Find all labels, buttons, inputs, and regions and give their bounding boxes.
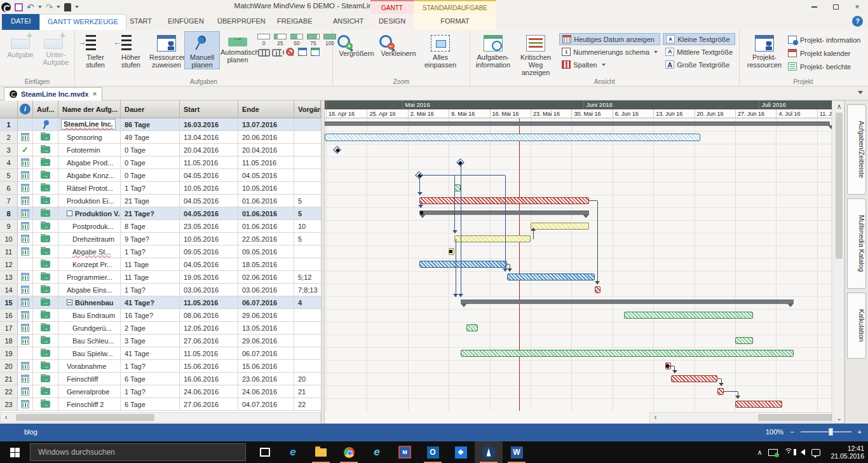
vergroessern-button[interactable]: +Vergrößern <box>336 31 377 58</box>
chart-horizontal-scrollbar[interactable]: ‹ › <box>649 412 832 423</box>
projektressourcen-button[interactable]: Projekt-ressourcen <box>742 31 787 69</box>
sidetab-aufgaben-zeitleiste[interactable]: Aufgaben/Zeitleiste <box>847 104 866 195</box>
link-tasks-icon[interactable] <box>258 48 268 56</box>
close-button[interactable]: × <box>846 0 868 14</box>
tab-freigabe[interactable]: FREIGABE <box>269 14 320 30</box>
table-row[interactable]: 9→Postproduk...8 Tage23.05.201601.06.201… <box>0 220 321 233</box>
internet-explorer-button[interactable]: e <box>363 441 391 463</box>
undo-caret-icon[interactable] <box>38 6 42 8</box>
kritischen-weg-button[interactable]: Kritischen Weg anzeigen <box>513 31 559 77</box>
task-bar[interactable] <box>507 273 595 280</box>
file-explorer-button[interactable] <box>307 441 335 463</box>
manuell-planen-button[interactable]: Manuell planen <box>184 31 220 69</box>
table-row[interactable]: 18→Bau Schleu...3 Tage27.06.201629.06.20… <box>0 335 321 347</box>
projektkalender-button[interactable]: Projekt kalender <box>788 47 860 59</box>
task-bar[interactable] <box>624 312 752 319</box>
mindview-demo-button[interactable]: M <box>391 441 419 463</box>
tab-format[interactable]: FORMAT <box>414 14 496 30</box>
table-row[interactable]: 10→Drehzeitraum9 Tage?10.05.201622.05.20… <box>0 233 321 245</box>
start-button[interactable] <box>0 441 29 463</box>
table-row[interactable]: 3✓→Fototermin0 Tage20.04.201620.04.2016 <box>0 144 321 156</box>
task-bar[interactable] <box>671 375 718 382</box>
table-row[interactable]: 20→Vorabnahme1 Tag?15.06.201615.06.2016 <box>0 360 321 373</box>
speaker-icon[interactable] <box>801 449 805 455</box>
table-row[interactable]: 5→Abgabe Konz...0 Tage04.05.201604.05.20… <box>0 169 321 182</box>
wifi-icon[interactable] <box>784 448 794 456</box>
automatisch-planen-button[interactable]: Automatisch planen <box>220 31 255 64</box>
task-bar[interactable] <box>595 286 600 293</box>
task-bar[interactable] <box>461 350 794 357</box>
unlink-tasks-icon[interactable] <box>272 48 282 56</box>
table-row[interactable]: 6→Rätsel Protot...1 Tag?10.05.201610.05.… <box>0 182 321 195</box>
table-row[interactable]: 14→Abgabe Eins...1 Tag?03.06.201603.06.2… <box>0 284 321 296</box>
mittlere-textgroesse-button[interactable]: AMittlere Textgröße <box>663 46 735 58</box>
spalten-dropdown[interactable]: Spalten <box>559 59 660 71</box>
table-row[interactable]: 13→Programmier...11 Tage19.05.201602.06.… <box>0 271 321 284</box>
table-row[interactable]: 15→Bühnenbau41 Tage?11.05.201606.07.2016… <box>0 296 321 309</box>
summary-bar[interactable] <box>461 300 794 304</box>
tray-chevron-icon[interactable]: ∧ <box>757 448 762 457</box>
task-view-button[interactable] <box>251 441 279 463</box>
pc-status-icon[interactable] <box>768 449 778 456</box>
task-bar[interactable] <box>735 337 753 344</box>
projektberichte-button[interactable]: Projekt- berichte <box>788 60 860 73</box>
edge-button[interactable]: e <box>279 441 307 463</box>
remove-constraint-icon[interactable] <box>286 48 294 56</box>
document-tab[interactable]: SteamLine Inc.mvdx × <box>4 87 102 100</box>
save-icon[interactable] <box>15 3 23 11</box>
tab-design[interactable]: DESIGN <box>370 14 414 30</box>
qat-customize-caret-icon[interactable] <box>75 6 79 8</box>
undo-icon[interactable]: ↶ <box>27 3 34 11</box>
restore-button[interactable] <box>825 0 846 14</box>
task-bar[interactable] <box>454 184 460 191</box>
table-row[interactable]: 2→Sponsoring49 Tage13.04.201620.06.2016 <box>0 131 321 144</box>
task-bar[interactable] <box>717 388 723 395</box>
table-scroll-thumb[interactable] <box>16 414 154 421</box>
sidetab-kalkulation[interactable]: Kalkulation <box>847 293 866 359</box>
pointer-tool-icon[interactable] <box>64 3 71 11</box>
collapse-box-icon[interactable] <box>67 211 72 216</box>
taskbar-search-input[interactable]: Windows durchsuchen <box>30 443 246 461</box>
table-row[interactable]: 21→Feinschliff6 Tage16.06.201623.06.2016… <box>0 373 321 385</box>
tab-ueberpruefen[interactable]: ÜBERPRÜFEN <box>210 14 273 30</box>
chart-scroll-thumb[interactable] <box>758 414 832 421</box>
grosse-textgroesse-button[interactable]: AGroße Textgröße <box>663 59 735 71</box>
heutiges-datum-toggle[interactable]: Heutiges Datum anzeigen <box>559 33 660 45</box>
table-row[interactable]: 12→Konzept Pr...11 Tage04.05.201618.05.2… <box>0 258 321 271</box>
table-row[interactable]: 4→Abgabe Prod...0 Tage11.05.201611.05.20… <box>0 156 321 169</box>
table-row[interactable]: 11→Abgabe St...1 Tag?09.05.201609.05.201… <box>0 245 321 258</box>
task-bar[interactable] <box>454 235 531 242</box>
scroll-left-icon[interactable]: ‹ <box>650 413 661 422</box>
task-bar[interactable] <box>735 401 782 408</box>
task-bar[interactable] <box>325 134 700 141</box>
tab-start[interactable]: START <box>122 14 159 30</box>
taskbar-clock[interactable]: 12:41 21.05.2016 <box>827 445 864 460</box>
table-row[interactable]: 17→Grundgerü...2 Tage12.05.201613.05.201… <box>0 322 321 335</box>
progress-0-button[interactable]: 0 <box>257 34 271 46</box>
redo-icon[interactable]: ↷ <box>46 3 53 11</box>
scroll-left-icon[interactable]: ‹ <box>1 413 11 422</box>
zoom-slider-thumb[interactable] <box>829 428 833 436</box>
verkleinern-button[interactable]: −Verkleinern <box>377 31 419 58</box>
vertical-scroll-thumb[interactable] <box>836 113 843 259</box>
projektinformation-button[interactable]: Projekt- information <box>788 34 860 46</box>
tiefer-stufen-button[interactable]: Tiefer stufen <box>78 31 113 69</box>
action-center-icon[interactable] <box>811 449 820 456</box>
table-row[interactable]: 1SteamLine Inc.86 Tage16.03.201613.07.20… <box>0 118 321 131</box>
insert-calendar-column-icon[interactable] <box>311 48 320 56</box>
table-row[interactable]: 7→Produktion Ei...21 Tage04.05.201601.06… <box>0 195 321 207</box>
zoom-out-button[interactable]: − <box>790 428 794 436</box>
collapse-box-icon[interactable] <box>67 300 72 305</box>
document-close-icon[interactable]: × <box>92 90 97 99</box>
tab-datei[interactable]: DATEI <box>2 14 40 30</box>
table-row[interactable]: 8→Produktion V...21 Tage?04.05.201601.06… <box>0 207 321 220</box>
kleine-textgroesse-button[interactable]: AKleine Textgröße <box>663 33 735 45</box>
progress-50-button[interactable]: 50 <box>290 34 304 46</box>
chart-vertical-scrollbar[interactable]: ∧ ⌄ <box>834 100 844 424</box>
aufgabe-button[interactable]: Aufgabe <box>3 31 38 59</box>
ressourcen-zuweisen-button[interactable]: Ressourcen zuweisen <box>149 31 184 69</box>
tab-gantt-werkzeuge[interactable]: GANTT WERKZEUGE <box>39 14 126 30</box>
dropbox-button[interactable]: ❖ <box>447 441 475 463</box>
chrome-button[interactable] <box>335 441 363 463</box>
help-icon[interactable]: ? <box>852 16 863 27</box>
